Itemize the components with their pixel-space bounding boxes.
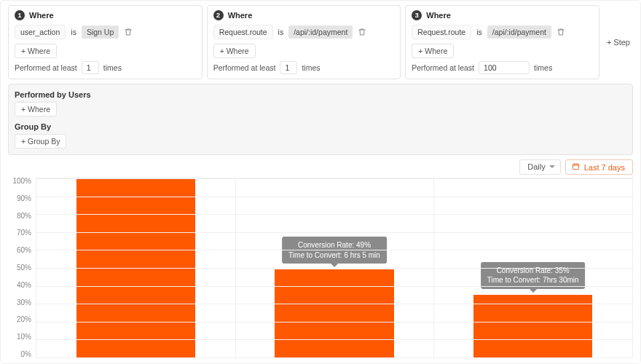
add-where-button[interactable]: + Where [412, 44, 454, 58]
gridline [36, 214, 632, 215]
trash-icon[interactable] [124, 28, 133, 36]
value-chip[interactable]: /api/:id/payment [288, 25, 353, 39]
step-title: Where [228, 11, 253, 20]
vline [433, 178, 434, 357]
gridline [36, 357, 632, 358]
funnel-builder: 1 Where user_action is Sign Up + Where P… [0, 0, 641, 364]
step-title: Where [426, 11, 451, 20]
bar[interactable] [275, 269, 394, 357]
group-by-add-button[interactable]: + Group By [15, 134, 66, 149]
calendar-icon [572, 162, 580, 172]
step-title: Where [29, 11, 54, 20]
step-header: 1 Where [15, 10, 196, 20]
chart-plot: Conversion Rate: 49%Time to Convert: 6 h… [36, 178, 633, 358]
y-tick: 0% [21, 351, 31, 358]
performed-prefix: Performed at least [15, 63, 77, 72]
gridline [36, 250, 632, 250]
y-axis: 100%90%80%70%60%50%40%30%20%10%0% [8, 178, 36, 358]
step-card-2: 2 Where Request.route is /api/:id/paymen… [207, 5, 401, 79]
gridline [36, 197, 632, 197]
add-where-button[interactable]: + Where [15, 44, 57, 58]
performed-by-add-button[interactable]: + Where [15, 102, 57, 116]
svg-rect-0 [573, 164, 578, 169]
performed-prefix: Performed at least [412, 63, 474, 72]
chart-wrap: 100%90%80%70%60%50%40%30%20%10%0% Conver… [8, 178, 633, 358]
y-tick: 40% [17, 282, 31, 289]
performed-count-input[interactable]: 100 [479, 61, 530, 74]
performed-row: Performed at least 1 times [15, 61, 196, 74]
performed-row: Performed at least 100 times [412, 61, 593, 74]
gridline [36, 286, 632, 287]
op-text: is [71, 25, 76, 39]
gridline [36, 268, 632, 269]
add-step-button[interactable]: + Step [604, 35, 633, 50]
gridline [36, 322, 632, 323]
performed-count-input[interactable]: 1 [82, 61, 99, 74]
tooltip-line: Conversion Rate: 49% [288, 240, 380, 250]
tooltip: Conversion Rate: 35%Time to Convert: 7hr… [481, 262, 586, 289]
value-chip[interactable]: /api/:id/payment [487, 25, 551, 39]
chart-toolbar: Daily Last 7 days [8, 159, 633, 175]
vline [235, 178, 236, 357]
op-text: is [476, 25, 482, 39]
y-tick: 20% [17, 316, 31, 323]
performed-suffix: times [534, 63, 552, 72]
chart-panel: Daily Last 7 days 100%90%80%70%60%50%40%… [8, 159, 633, 358]
where-clause: Request.route is /api/:id/payment [213, 25, 395, 39]
step-number-badge: 2 [213, 10, 224, 20]
step-number-badge: 3 [412, 10, 422, 20]
trash-icon[interactable] [358, 28, 366, 36]
value-chip[interactable]: Sign Up [82, 25, 119, 39]
step-header: 2 Where [213, 10, 395, 20]
gridline [36, 232, 632, 233]
performed-row: Performed at least 1 times [213, 61, 395, 74]
group-by-label: Group By [15, 122, 626, 131]
step-card-1: 1 Where user_action is Sign Up + Where P… [8, 5, 202, 79]
add-where-button[interactable]: + Where [213, 44, 256, 58]
y-tick: 50% [17, 264, 31, 272]
tooltip-line: Time to Convert: 6 hrs 5 min [288, 250, 380, 261]
y-tick: 70% [17, 229, 31, 237]
trash-icon[interactable] [557, 28, 565, 36]
y-tick: 90% [17, 195, 31, 202]
performed-by-label: Performed by Users [15, 90, 626, 99]
period-select[interactable]: Daily [519, 159, 560, 175]
performed-count-input[interactable]: 1 [280, 61, 297, 74]
y-tick: 30% [17, 299, 31, 306]
tooltip-line: Time to Convert: 7hrs 30min [487, 275, 579, 285]
op-text: is [278, 25, 284, 39]
where-clause: user_action is Sign Up [15, 25, 196, 39]
field-chip[interactable]: Request.route [213, 25, 273, 39]
steps-row: 1 Where user_action is Sign Up + Where P… [8, 5, 633, 79]
gridline [36, 178, 632, 179]
performed-prefix: Performed at least [213, 63, 276, 72]
y-tick: 10% [17, 333, 31, 341]
performed-suffix: times [302, 63, 320, 72]
y-tick: 60% [17, 247, 31, 254]
date-range-button[interactable]: Last 7 days [565, 159, 633, 175]
tooltip-line: Conversion Rate: 35% [487, 266, 579, 276]
gridline [36, 339, 632, 340]
filters-bar: Performed by Users + Where Group By + Gr… [8, 84, 633, 155]
step-number-badge: 1 [15, 10, 25, 20]
gridline [36, 304, 632, 304]
field-chip[interactable]: user_action [15, 25, 66, 39]
performed-suffix: times [103, 63, 122, 72]
y-tick: 100% [12, 178, 31, 185]
date-range-label: Last 7 days [584, 163, 625, 172]
field-chip[interactable]: Request.route [412, 25, 471, 39]
where-clause: Request.route is /api/:id/payment [412, 25, 593, 39]
y-tick: 80% [17, 213, 31, 220]
step-header: 3 Where [412, 10, 593, 20]
step-card-3: 3 Where Request.route is /api/:id/paymen… [405, 5, 599, 79]
